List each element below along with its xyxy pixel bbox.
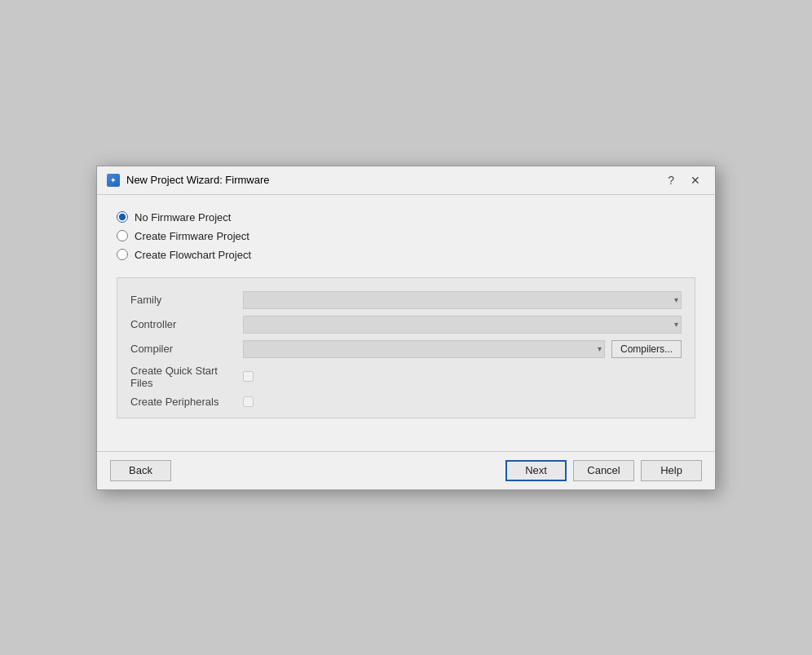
title-bar: New Project Wizard: Firmware ? ✕ [97,166,715,195]
footer-right: Next Cancel Help [505,460,702,481]
footer-left: Back [110,460,171,481]
title-bar-left: New Project Wizard: Firmware [107,174,270,187]
radio-create-flowchart[interactable] [117,249,128,260]
controller-label: Controller [130,318,236,330]
family-row: Family ▾ [130,291,682,309]
dialog-body: No Firmware Project Create Firmware Proj… [97,195,715,451]
peripherals-label: Create Peripherals [130,396,236,408]
radio-create-firmware[interactable] [117,230,128,241]
family-select-wrapper: ▾ [243,291,682,309]
quick-start-checkbox[interactable] [243,371,254,382]
peripherals-row: Create Peripherals [130,396,682,408]
dialog-title: New Project Wizard: Firmware [126,174,270,186]
radio-group: No Firmware Project Create Firmware Proj… [117,211,695,261]
radio-label-create-firmware: Create Firmware Project [135,230,249,242]
radio-label-no-firmware: No Firmware Project [135,211,231,223]
compiler-label: Compiler [130,343,236,355]
family-select[interactable] [243,291,682,309]
wizard-icon [107,174,120,187]
controller-select-wrapper: ▾ [243,316,682,334]
radio-item-create-firmware[interactable]: Create Firmware Project [117,230,695,242]
next-button[interactable]: Next [505,460,567,481]
compiler-row: Compiler ▾ Compilers... [130,340,682,358]
compiler-select-wrapper: ▾ [243,340,605,358]
radio-item-create-flowchart[interactable]: Create Flowchart Project [117,249,695,261]
radio-item-no-firmware[interactable]: No Firmware Project [117,211,695,223]
back-button[interactable]: Back [110,460,171,481]
compiler-select[interactable] [243,340,605,358]
help-button[interactable]: Help [641,460,702,481]
family-label: Family [130,294,236,306]
cancel-button[interactable]: Cancel [573,460,634,481]
radio-label-create-flowchart: Create Flowchart Project [135,249,251,261]
new-project-wizard-dialog: New Project Wizard: Firmware ? ✕ No Firm… [96,166,716,490]
quick-start-row: Create Quick Start Files [130,365,682,389]
form-section: Family ▾ Controller ▾ [117,277,695,418]
radio-no-firmware[interactable] [117,211,128,223]
title-bar-right: ? ✕ [663,173,705,188]
controller-select[interactable] [243,316,682,334]
help-icon-button[interactable]: ? [663,173,679,188]
close-button[interactable]: ✕ [686,173,705,188]
dialog-footer: Back Next Cancel Help [97,451,715,489]
quick-start-label: Create Quick Start Files [130,365,236,389]
compilers-button[interactable]: Compilers... [611,340,682,358]
controller-row: Controller ▾ [130,316,682,334]
peripherals-checkbox[interactable] [243,396,254,407]
